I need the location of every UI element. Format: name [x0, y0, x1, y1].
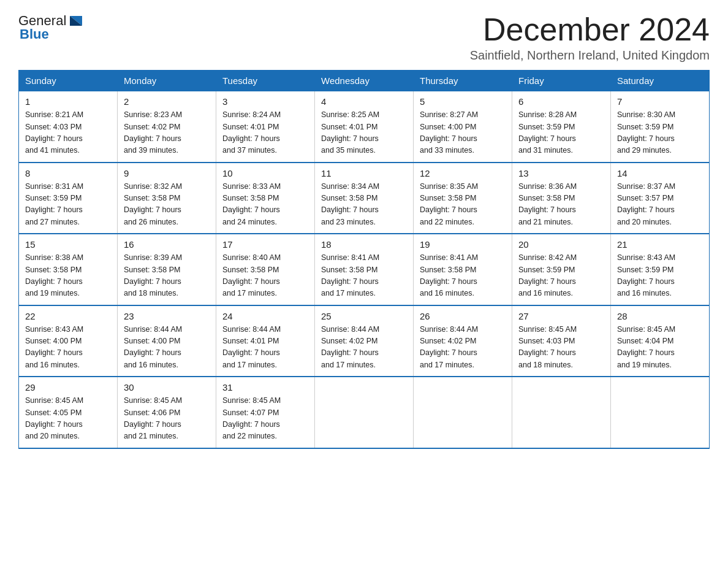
header-cell-sunday: Sunday — [19, 71, 118, 91]
week-row-3: 15 Sunrise: 8:38 AM Sunset: 3:58 PM Dayl… — [19, 234, 710, 305]
week-row-1: 1 Sunrise: 8:21 AM Sunset: 4:03 PM Dayli… — [19, 91, 710, 163]
week-row-4: 22 Sunrise: 8:43 AM Sunset: 4:00 PM Dayl… — [19, 305, 710, 377]
day-number: 30 — [124, 382, 210, 393]
day-info: Sunrise: 8:35 AM Sunset: 3:58 PM Dayligh… — [420, 181, 506, 229]
day-number: 20 — [518, 239, 604, 250]
day-number: 7 — [617, 96, 703, 107]
header-cell-monday: Monday — [118, 71, 216, 91]
calendar-header: SundayMondayTuesdayWednesdayThursdayFrid… — [19, 71, 710, 91]
day-cell: 21 Sunrise: 8:43 AM Sunset: 3:59 PM Dayl… — [611, 234, 710, 305]
header-row: SundayMondayTuesdayWednesdayThursdayFrid… — [19, 71, 710, 91]
day-info: Sunrise: 8:45 AM Sunset: 4:05 PM Dayligh… — [25, 395, 111, 443]
day-info: Sunrise: 8:41 AM Sunset: 3:58 PM Dayligh… — [321, 252, 407, 300]
day-info: Sunrise: 8:43 AM Sunset: 3:59 PM Dayligh… — [617, 252, 703, 300]
day-info: Sunrise: 8:44 AM Sunset: 4:01 PM Dayligh… — [222, 324, 308, 372]
day-info: Sunrise: 8:37 AM Sunset: 3:57 PM Dayligh… — [617, 181, 703, 229]
day-info: Sunrise: 8:42 AM Sunset: 3:59 PM Dayligh… — [518, 252, 604, 300]
day-cell: 17 Sunrise: 8:40 AM Sunset: 3:58 PM Dayl… — [216, 234, 315, 305]
day-cell — [611, 377, 710, 448]
day-cell: 9 Sunrise: 8:32 AM Sunset: 3:58 PM Dayli… — [118, 163, 216, 234]
day-cell — [512, 377, 611, 448]
day-info: Sunrise: 8:44 AM Sunset: 4:02 PM Dayligh… — [420, 324, 506, 372]
day-info: Sunrise: 8:28 AM Sunset: 3:59 PM Dayligh… — [518, 109, 604, 157]
day-number: 22 — [25, 311, 111, 321]
day-info: Sunrise: 8:32 AM Sunset: 3:58 PM Dayligh… — [124, 181, 210, 229]
logo-triangle-icon — [67, 12, 85, 29]
day-cell: 19 Sunrise: 8:41 AM Sunset: 3:58 PM Dayl… — [414, 234, 512, 305]
day-cell: 23 Sunrise: 8:44 AM Sunset: 4:00 PM Dayl… — [118, 305, 216, 377]
day-cell: 6 Sunrise: 8:28 AM Sunset: 3:59 PM Dayli… — [512, 91, 611, 163]
day-cell: 3 Sunrise: 8:24 AM Sunset: 4:01 PM Dayli… — [216, 91, 315, 163]
title-block: December 2024 Saintfield, Northern Irela… — [470, 12, 710, 63]
day-number: 1 — [25, 96, 111, 107]
day-number: 16 — [124, 239, 210, 250]
day-number: 14 — [617, 168, 703, 178]
day-number: 19 — [420, 239, 506, 250]
day-cell: 8 Sunrise: 8:31 AM Sunset: 3:59 PM Dayli… — [19, 163, 118, 234]
day-info: Sunrise: 8:41 AM Sunset: 3:58 PM Dayligh… — [420, 252, 506, 300]
day-cell: 11 Sunrise: 8:34 AM Sunset: 3:58 PM Dayl… — [315, 163, 414, 234]
day-number: 18 — [321, 239, 407, 250]
day-number: 5 — [420, 96, 506, 107]
day-cell: 13 Sunrise: 8:36 AM Sunset: 3:58 PM Dayl… — [512, 163, 611, 234]
day-number: 28 — [617, 311, 703, 321]
day-cell — [414, 377, 512, 448]
day-number: 27 — [518, 311, 604, 321]
day-info: Sunrise: 8:21 AM Sunset: 4:03 PM Dayligh… — [25, 109, 111, 157]
day-number: 29 — [25, 382, 111, 393]
week-row-5: 29 Sunrise: 8:45 AM Sunset: 4:05 PM Dayl… — [19, 377, 710, 448]
day-number: 13 — [518, 168, 604, 178]
day-info: Sunrise: 8:33 AM Sunset: 3:58 PM Dayligh… — [222, 181, 308, 229]
day-info: Sunrise: 8:23 AM Sunset: 4:02 PM Dayligh… — [124, 109, 210, 157]
day-cell: 12 Sunrise: 8:35 AM Sunset: 3:58 PM Dayl… — [414, 163, 512, 234]
week-row-2: 8 Sunrise: 8:31 AM Sunset: 3:59 PM Dayli… — [19, 163, 710, 234]
day-cell: 7 Sunrise: 8:30 AM Sunset: 3:59 PM Dayli… — [611, 91, 710, 163]
day-info: Sunrise: 8:44 AM Sunset: 4:00 PM Dayligh… — [124, 324, 210, 372]
day-cell: 31 Sunrise: 8:45 AM Sunset: 4:07 PM Dayl… — [216, 377, 315, 448]
day-number: 26 — [420, 311, 506, 321]
day-number: 6 — [518, 96, 604, 107]
day-cell: 14 Sunrise: 8:37 AM Sunset: 3:57 PM Dayl… — [611, 163, 710, 234]
calendar-table: SundayMondayTuesdayWednesdayThursdayFrid… — [18, 70, 710, 449]
day-number: 23 — [124, 311, 210, 321]
day-cell: 30 Sunrise: 8:45 AM Sunset: 4:06 PM Dayl… — [118, 377, 216, 448]
day-info: Sunrise: 8:45 AM Sunset: 4:06 PM Dayligh… — [124, 395, 210, 443]
day-info: Sunrise: 8:45 AM Sunset: 4:03 PM Dayligh… — [518, 324, 604, 372]
day-number: 31 — [222, 382, 308, 393]
day-number: 9 — [124, 168, 210, 178]
day-number: 2 — [124, 96, 210, 107]
header-cell-friday: Friday — [512, 71, 611, 91]
day-info: Sunrise: 8:45 AM Sunset: 4:04 PM Dayligh… — [617, 324, 703, 372]
logo-text-blue: Blue — [20, 26, 49, 42]
header-cell-wednesday: Wednesday — [315, 71, 414, 91]
day-info: Sunrise: 8:30 AM Sunset: 3:59 PM Dayligh… — [617, 109, 703, 157]
header-cell-tuesday: Tuesday — [216, 71, 315, 91]
day-number: 10 — [222, 168, 308, 178]
page-header: General Blue December 2024 Saintfield, N… — [18, 12, 710, 63]
day-cell: 2 Sunrise: 8:23 AM Sunset: 4:02 PM Dayli… — [118, 91, 216, 163]
day-cell: 10 Sunrise: 8:33 AM Sunset: 3:58 PM Dayl… — [216, 163, 315, 234]
day-cell: 1 Sunrise: 8:21 AM Sunset: 4:03 PM Dayli… — [19, 91, 118, 163]
day-number: 12 — [420, 168, 506, 178]
day-number: 17 — [222, 239, 308, 250]
day-cell: 5 Sunrise: 8:27 AM Sunset: 4:00 PM Dayli… — [414, 91, 512, 163]
day-cell: 25 Sunrise: 8:44 AM Sunset: 4:02 PM Dayl… — [315, 305, 414, 377]
logo: General Blue — [18, 12, 85, 42]
day-cell: 16 Sunrise: 8:39 AM Sunset: 3:58 PM Dayl… — [118, 234, 216, 305]
day-info: Sunrise: 8:24 AM Sunset: 4:01 PM Dayligh… — [222, 109, 308, 157]
day-number: 25 — [321, 311, 407, 321]
day-info: Sunrise: 8:44 AM Sunset: 4:02 PM Dayligh… — [321, 324, 407, 372]
month-title: December 2024 — [470, 12, 710, 47]
day-cell: 22 Sunrise: 8:43 AM Sunset: 4:00 PM Dayl… — [19, 305, 118, 377]
day-info: Sunrise: 8:43 AM Sunset: 4:00 PM Dayligh… — [25, 324, 111, 372]
day-number: 11 — [321, 168, 407, 178]
day-cell: 29 Sunrise: 8:45 AM Sunset: 4:05 PM Dayl… — [19, 377, 118, 448]
location-subtitle: Saintfield, Northern Ireland, United Kin… — [470, 48, 710, 63]
day-number: 24 — [222, 311, 308, 321]
calendar-body: 1 Sunrise: 8:21 AM Sunset: 4:03 PM Dayli… — [19, 91, 710, 448]
day-info: Sunrise: 8:38 AM Sunset: 3:58 PM Dayligh… — [25, 252, 111, 300]
day-cell: 28 Sunrise: 8:45 AM Sunset: 4:04 PM Dayl… — [611, 305, 710, 377]
day-number: 15 — [25, 239, 111, 250]
day-cell: 24 Sunrise: 8:44 AM Sunset: 4:01 PM Dayl… — [216, 305, 315, 377]
day-info: Sunrise: 8:40 AM Sunset: 3:58 PM Dayligh… — [222, 252, 308, 300]
